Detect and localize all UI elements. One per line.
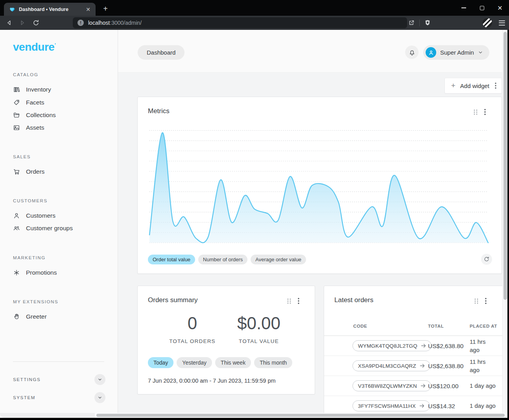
main-content: Dashboard Super Admin + Add widget	[118, 30, 502, 413]
order-code-link[interactable]: XSA9PD4LM3CGAQRZ	[352, 360, 430, 371]
chip-yesterday[interactable]: Yesterday	[177, 357, 212, 368]
chart-area-fill	[149, 133, 488, 243]
section-label-system: SYSTEM	[13, 395, 94, 400]
close-icon: ✕	[497, 4, 502, 12]
tab-close-icon[interactable]: ✕	[85, 6, 92, 13]
library-icon	[13, 86, 20, 93]
order-code-link[interactable]: V3T6BW8ZQLWMYZKN	[352, 380, 431, 391]
sidebar-item-inventory[interactable]: Inventory	[0, 84, 118, 95]
sidebar-item-label: Greeter	[26, 313, 47, 320]
section-label-catalog: CATALOG	[13, 72, 38, 77]
sidebar-item-assets[interactable]: Assets	[0, 123, 118, 133]
sidebar-item-label: Inventory	[26, 86, 51, 93]
drag-handle-icon[interactable]	[474, 298, 479, 304]
window-frame-edge	[0, 418, 507, 418]
widget-kebab-menu[interactable]	[485, 298, 487, 304]
window-controls: ✕	[455, 0, 509, 16]
total-value-value: $0.00	[227, 314, 290, 333]
order-code-link[interactable]: WYMGK4TQQ8JL2TGQ	[352, 340, 432, 351]
site-info-icon[interactable]: !	[77, 20, 84, 26]
share-button[interactable]	[407, 18, 416, 27]
section-label-sales: SALES	[13, 154, 31, 159]
image-icon	[13, 124, 20, 131]
app-header: Dashboard Super Admin	[118, 30, 502, 73]
widget-kebab-menu[interactable]	[298, 298, 299, 304]
notifications-button[interactable]	[405, 46, 419, 59]
order-placed-at: 11 hrs ago	[470, 336, 492, 356]
sidebar-item-orders[interactable]: Orders	[0, 167, 118, 177]
sidebar-item-facets[interactable]: Facets	[0, 97, 118, 108]
sidebar-item-label: Customer groups	[26, 225, 73, 232]
sidebar-item-customers[interactable]: Customers	[0, 211, 118, 221]
date-range-text: 7 Jun 2023, 0:00:00 am - 7 Jun 2023, 11:…	[148, 378, 276, 384]
back-button[interactable]	[5, 18, 13, 27]
window-maximize-button[interactable]	[473, 0, 491, 16]
widget-title: Metrics	[148, 107, 170, 115]
back-icon	[6, 19, 13, 26]
metrics-legend: Order total value Number of orders Avera…	[148, 255, 306, 264]
chip-today[interactable]: Today	[148, 357, 173, 368]
cart-icon	[13, 168, 20, 175]
chip-average-order-value[interactable]: Average order value	[251, 255, 306, 264]
window-close-button[interactable]: ✕	[491, 0, 509, 16]
settings-expand-button[interactable]	[94, 374, 105, 385]
system-expand-button[interactable]	[94, 392, 105, 403]
add-widget-kebab-menu[interactable]	[495, 83, 496, 89]
horizontal-scrollbar-track-corner	[0, 413, 95, 418]
chip-this-week[interactable]: This week	[215, 357, 251, 368]
browser-menu-button[interactable]	[499, 20, 505, 26]
total-value-stat: $0.00 TOTAL VALUE	[227, 314, 290, 344]
browser-toolbar: ! localhost:3000/admin/	[0, 16, 509, 30]
column-header-code: CODE	[353, 324, 367, 328]
minimize-icon	[461, 7, 466, 8]
window-minimize-button[interactable]	[455, 0, 473, 16]
sidebar-item-customer-groups[interactable]: Customer groups	[0, 223, 118, 233]
reload-button[interactable]	[31, 18, 40, 27]
latest-orders-table: CODE TOTAL PLACED AT WYMGK4TQQ8JL2TGQ US…	[324, 321, 502, 413]
new-tab-button[interactable]: +	[101, 4, 110, 13]
chevron-down-icon	[478, 50, 483, 55]
add-widget-button[interactable]: Add widget	[460, 83, 489, 89]
arrow-right-icon	[420, 363, 425, 368]
drag-handle-icon[interactable]	[473, 109, 478, 115]
folder-icon	[13, 112, 20, 119]
order-placed-at: 1 day ago	[470, 396, 492, 413]
browser-profile-avatar[interactable]	[483, 18, 492, 28]
widget-kebab-menu[interactable]	[484, 109, 486, 115]
browser-tab[interactable]: Dashboard • Vendure ✕	[4, 3, 96, 16]
sidebar-item-greeter[interactable]: Greeter	[0, 312, 118, 322]
drag-handle-icon[interactable]	[287, 298, 291, 304]
vendure-admin-app: vendure’ CATALOG Inventory Facets Collec…	[0, 30, 507, 413]
chip-this-month[interactable]: This month	[254, 357, 292, 368]
sidebar-item-collections[interactable]: Collections	[0, 110, 118, 120]
sidebar-section-system[interactable]: SYSTEM	[0, 392, 118, 403]
page-title[interactable]: Dashboard	[138, 45, 184, 60]
sidebar-item-promotions[interactable]: Promotions	[0, 268, 118, 278]
vertical-scrollbar-thumb[interactable]	[503, 32, 507, 300]
horizontal-scrollbar	[0, 413, 507, 418]
order-placed-at: 11 hrs ago	[470, 356, 492, 376]
date-range-chips: Today Yesterday This week This month	[148, 357, 292, 368]
order-code-link[interactable]: 3FY7FSCWSHMA11HX	[352, 400, 430, 411]
bell-icon	[408, 49, 416, 56]
vertical-scrollbar	[502, 30, 507, 413]
total-value-label: TOTAL VALUE	[227, 338, 290, 344]
chip-order-total-value[interactable]: Order total value	[148, 255, 195, 264]
brave-shield-button[interactable]	[423, 18, 432, 27]
horizontal-scrollbar-thumb[interactable]	[96, 414, 505, 417]
hand-icon	[13, 313, 20, 320]
forward-icon	[19, 19, 26, 26]
order-total: US$120.00	[428, 376, 459, 396]
toolbar-separator	[419, 20, 420, 26]
forward-button[interactable]	[18, 18, 27, 27]
browser-titlebar: Dashboard • Vendure ✕ + ✕	[0, 0, 509, 16]
section-label-settings: SETTINGS	[13, 377, 94, 382]
chip-number-of-orders[interactable]: Number of orders	[198, 255, 247, 264]
user-menu[interactable]: Super Admin	[423, 45, 489, 60]
refresh-button[interactable]	[481, 254, 492, 265]
tab-title: Dashboard • Vendure	[19, 7, 85, 12]
user-icon	[13, 212, 20, 219]
sidebar-section-settings[interactable]: SETTINGS	[0, 374, 118, 385]
order-placed-at: 1 day ago	[470, 376, 492, 396]
url-bar[interactable]: ! localhost:3000/admin/	[73, 17, 407, 28]
